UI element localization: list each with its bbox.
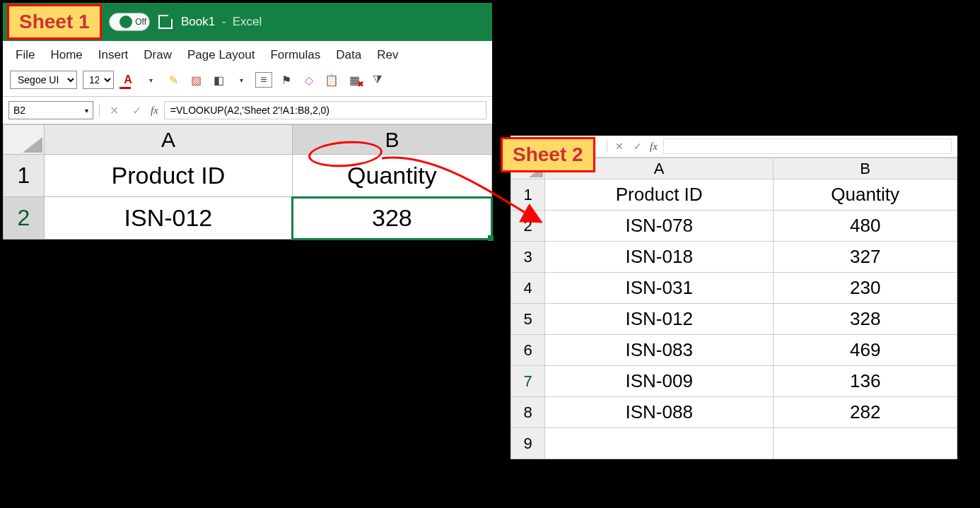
align-center-icon[interactable]: ≡: [255, 72, 272, 88]
cell-a2[interactable]: ISN-078: [545, 211, 774, 242]
cell-b2[interactable]: 480: [774, 211, 957, 242]
formula-bar: B2▾ ✕ ✓ fx =VLOOKUP(A2,'Sheet 2'!A1:B8,2…: [3, 97, 492, 124]
column-header-b[interactable]: B: [774, 158, 957, 179]
cell-b9[interactable]: [774, 428, 957, 459]
dropdown-caret-icon[interactable]: ▾: [233, 72, 250, 88]
cell-b1[interactable]: Quantity: [774, 179, 957, 211]
cell-a5[interactable]: ISN-012: [545, 304, 774, 335]
font-name-dropdown[interactable]: Segoe UI: [10, 71, 77, 89]
row-header-8[interactable]: 8: [511, 397, 545, 428]
name-box[interactable]: B2▾: [8, 101, 93, 119]
sheet-2-label: Sheet 2: [501, 137, 595, 172]
formula-input[interactable]: =VLOOKUP(A2,'Sheet 2'!A1:B8,2,0): [164, 101, 486, 119]
tab-review[interactable]: Rev: [377, 48, 398, 62]
tab-draw[interactable]: Draw: [144, 48, 172, 62]
row-header-9[interactable]: 9: [511, 428, 545, 459]
row-header-2[interactable]: 2: [511, 211, 545, 242]
tab-data[interactable]: Data: [336, 48, 361, 62]
cell-a7[interactable]: ISN-009: [545, 366, 774, 397]
cell-b2[interactable]: 328: [292, 197, 491, 240]
row-header-1[interactable]: 1: [511, 179, 545, 211]
cell-b3[interactable]: 327: [774, 242, 957, 273]
formula-input-2[interactable]: [663, 138, 952, 154]
styles-icon[interactable]: ▧: [187, 72, 204, 88]
save-icon[interactable]: [158, 15, 173, 29]
row-header-4[interactable]: 4: [511, 273, 545, 304]
row-header-7[interactable]: 7: [511, 366, 545, 397]
column-header-a[interactable]: A: [45, 125, 293, 155]
tab-file[interactable]: File: [16, 48, 35, 62]
dropdown-caret-icon[interactable]: ▾: [142, 72, 159, 88]
paste-icon[interactable]: 📋: [323, 72, 340, 88]
enter-icon[interactable]: ✓: [128, 102, 145, 118]
fx-icon[interactable]: fx: [151, 105, 158, 117]
cell-a1[interactable]: Product ID: [45, 155, 293, 197]
cell-a2[interactable]: ISN-012: [45, 197, 293, 240]
cell-b4[interactable]: 230: [774, 273, 957, 304]
window-title: Book1 - Excel: [181, 15, 262, 29]
flag-icon[interactable]: ⚑: [278, 72, 295, 88]
cancel-icon[interactable]: ✕: [613, 141, 626, 152]
tab-insert[interactable]: Insert: [98, 48, 129, 62]
cell-b8[interactable]: 282: [774, 397, 957, 428]
cell-a4[interactable]: ISN-031: [545, 273, 774, 304]
tab-page-layout[interactable]: Page Layout: [187, 48, 255, 62]
row-header-5[interactable]: 5: [511, 304, 545, 335]
filter-icon[interactable]: ⧩: [368, 72, 385, 88]
font-color-icon[interactable]: A: [119, 72, 136, 88]
cancel-icon[interactable]: ✕: [105, 102, 122, 118]
cell-a6[interactable]: ISN-083: [545, 335, 774, 366]
row-header-6[interactable]: 6: [511, 335, 545, 366]
row-header-2[interactable]: 2: [4, 197, 45, 240]
row-header-1[interactable]: 1: [4, 155, 45, 197]
clear-table-icon[interactable]: ▦✖: [346, 72, 363, 88]
autosave-toggle[interactable]: Off: [109, 13, 150, 31]
tab-home[interactable]: Home: [50, 48, 82, 62]
row-header-3[interactable]: 3: [511, 242, 545, 273]
spreadsheet-grid-1: A B 1 Product ID Quantity 2 ISN-012 328: [3, 124, 492, 240]
cell-a3[interactable]: ISN-018: [545, 242, 774, 273]
cell-b6[interactable]: 469: [774, 335, 957, 366]
sheet2-window: ✕ ✓ fx A B 1Product IDQuantity2ISN-07848…: [508, 133, 960, 462]
font-size-dropdown[interactable]: 12: [83, 71, 114, 89]
cell-b5[interactable]: 328: [774, 304, 957, 335]
ribbon-tabs: File Home Insert Draw Page Layout Formul…: [3, 41, 492, 68]
select-all-corner[interactable]: [4, 125, 45, 155]
fill-color-icon[interactable]: ◧: [210, 72, 227, 88]
sheet-1-label: Sheet 1: [7, 4, 102, 40]
toolbar: Segoe UI 12 A▾ ✎ ▧ ◧▾ ≡ ⚑ ◇ 📋 ▦✖ ⧩: [3, 68, 492, 97]
highlighter-icon[interactable]: ✎: [165, 72, 182, 88]
eraser-icon[interactable]: ◇: [301, 72, 317, 88]
tab-formulas[interactable]: Formulas: [270, 48, 320, 62]
fx-icon[interactable]: fx: [650, 141, 658, 153]
cell-a8[interactable]: ISN-088: [545, 397, 774, 428]
enter-icon[interactable]: ✓: [631, 141, 644, 152]
autosave-toggle-label: Off: [135, 17, 146, 27]
spreadsheet-grid-2: A B 1Product IDQuantity2ISN-0784803ISN-0…: [511, 158, 957, 459]
cell-b7[interactable]: 136: [774, 366, 957, 397]
cell-a9[interactable]: [545, 428, 774, 459]
cell-a1[interactable]: Product ID: [545, 179, 774, 211]
